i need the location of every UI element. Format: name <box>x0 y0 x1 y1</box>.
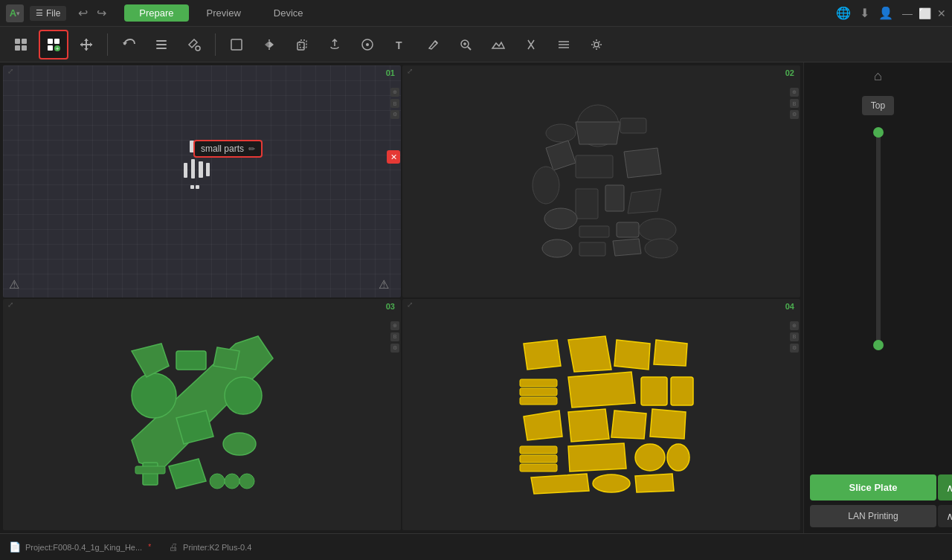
view-slider[interactable] <box>876 127 881 350</box>
tool-text[interactable]: T <box>385 30 415 59</box>
svg-rect-15 <box>300 40 306 48</box>
tool-cut[interactable] <box>516 30 546 59</box>
tool-undo[interactable] <box>114 30 144 59</box>
svg-rect-14 <box>298 42 304 50</box>
svg-point-20 <box>594 42 599 47</box>
plate2-svg <box>501 88 695 282</box>
rename-pencil-icon: ✏ <box>248 144 255 154</box>
close-btn[interactable]: ✕ <box>937 7 946 19</box>
svg-rect-31 <box>620 118 646 133</box>
tool-move[interactable] <box>71 30 101 59</box>
slice-plate-btn[interactable]: Slice Plate <box>810 474 936 501</box>
tool-brush[interactable] <box>418 30 448 59</box>
plate1-warn-right: ⚠ <box>379 277 389 292</box>
plate3-side-1[interactable]: ⊕ <box>390 321 399 330</box>
plate1-side-2[interactable]: B <box>390 99 399 108</box>
svg-point-61 <box>667 444 689 471</box>
tool-paint[interactable] <box>179 30 209 59</box>
plate4-side-3[interactable]: ⚙ <box>790 344 799 353</box>
plate4-number: 04 <box>785 302 794 311</box>
view-slider-bottom-thumb[interactable] <box>873 340 884 350</box>
plate2-expand-icon[interactable]: ⤢ <box>407 67 413 75</box>
maximize-btn[interactable]: ⬜ <box>919 7 931 19</box>
plate4-side-icons: ⊕ B ⚙ <box>790 321 799 353</box>
printer-label: Printer:K2 Plus-0.4 <box>183 543 251 552</box>
plate1-side-1[interactable]: ⊕ <box>390 88 399 97</box>
tool-stripes[interactable] <box>549 30 579 59</box>
plate4-side-2[interactable]: B <box>790 332 799 341</box>
redo-btn[interactable]: ↪ <box>94 4 109 22</box>
plate-3[interactable]: ⤢ 03 <box>3 299 401 531</box>
svg-rect-3 <box>22 45 27 51</box>
statusbar: 📄 Project:F008-0.4_1g_King_He... * 🖨 Pri… <box>0 533 952 560</box>
svg-point-46 <box>223 433 256 455</box>
tool-terrain[interactable] <box>483 30 513 59</box>
tool-home[interactable] <box>6 30 36 59</box>
rename-input-box[interactable]: small parts ✏ <box>193 140 263 158</box>
plate-4[interactable]: ⤢ 04 <box>402 299 800 531</box>
tool-list[interactable] <box>147 30 176 59</box>
plate3-side-3[interactable]: ⚙ <box>390 344 399 353</box>
nav-history: ↩ ↪ <box>75 4 109 22</box>
tab-preview[interactable]: Preview <box>192 4 256 22</box>
cloud-icon[interactable]: 🌐 <box>836 6 851 20</box>
svg-text:+: + <box>56 45 60 52</box>
plate2-side-1[interactable]: ⊕ <box>790 88 799 97</box>
project-icon: 📄 <box>9 541 21 553</box>
svg-point-43 <box>132 373 176 418</box>
lan-printing-btn[interactable]: LAN Printing <box>810 505 936 527</box>
undo-btn[interactable]: ↩ <box>75 4 91 22</box>
user-icon[interactable]: 👤 <box>878 6 893 20</box>
svg-rect-38 <box>617 222 639 237</box>
svg-point-60 <box>635 444 665 471</box>
svg-point-30 <box>546 124 576 142</box>
file-menu[interactable]: ☰ File <box>30 6 66 21</box>
plate2-side-3[interactable]: ⚙ <box>790 110 799 119</box>
window-controls: — ⬜ ✕ <box>902 7 946 19</box>
svg-rect-26 <box>206 163 210 176</box>
tool-rect[interactable] <box>222 30 251 59</box>
plate3-side-2[interactable]: B <box>390 332 399 341</box>
minimize-btn[interactable]: — <box>902 7 913 19</box>
plate2-side-2[interactable]: B <box>790 99 799 108</box>
tool-add[interactable]: + <box>39 30 68 59</box>
svg-point-42 <box>645 239 678 258</box>
svg-point-39 <box>639 219 676 241</box>
plate1-expand-icon[interactable]: ⤢ <box>7 67 13 75</box>
view-top-btn[interactable]: Top <box>862 96 894 115</box>
view-home-btn[interactable]: ⌂ <box>874 68 882 84</box>
plate1-svg <box>124 96 273 274</box>
tool-upload[interactable] <box>320 30 350 59</box>
svg-rect-23 <box>184 163 187 178</box>
delete-plate-button[interactable]: ✕ <box>387 150 400 164</box>
plate1-parts <box>10 80 386 290</box>
plate-2[interactable]: ⤢ 02 <box>402 65 800 297</box>
plate1-side-3[interactable]: ⚙ <box>390 110 399 119</box>
tab-device[interactable]: Device <box>259 4 318 22</box>
plate4-svg <box>501 321 695 515</box>
slice-expand-btn[interactable]: ∧ <box>938 474 952 501</box>
plate-1[interactable]: ⤢ 01 ⚠ ⚠ <box>3 65 401 297</box>
plate3-expand-icon[interactable]: ⤢ <box>7 300 13 309</box>
svg-point-12 <box>196 46 200 51</box>
download-icon[interactable]: ⬇ <box>860 6 869 20</box>
svg-point-44 <box>225 377 262 414</box>
tool-magnify[interactable] <box>451 30 480 59</box>
plate2-parts <box>410 80 785 290</box>
plate1-top-icons: ⤢ <box>7 67 13 75</box>
svg-rect-35 <box>605 185 624 211</box>
plate4-side-1[interactable]: ⊕ <box>790 321 799 330</box>
lan-expand-btn[interactable]: ∧ <box>938 505 952 527</box>
svg-rect-57 <box>520 446 557 454</box>
svg-rect-4 <box>48 39 53 44</box>
view-slider-top-thumb[interactable] <box>873 127 884 138</box>
tool-circle[interactable] <box>353 30 382 59</box>
tool-settings[interactable] <box>582 30 611 59</box>
tool-mirror[interactable] <box>254 30 284 59</box>
tab-prepare[interactable]: Prepare <box>124 4 188 22</box>
svg-rect-58 <box>520 455 557 463</box>
tool-copy[interactable] <box>287 30 317 59</box>
svg-rect-51 <box>135 466 165 474</box>
title-right: 🌐 ⬇ 👤 — ⬜ ✕ <box>836 6 946 20</box>
plate4-expand-icon[interactable]: ⤢ <box>407 300 413 309</box>
